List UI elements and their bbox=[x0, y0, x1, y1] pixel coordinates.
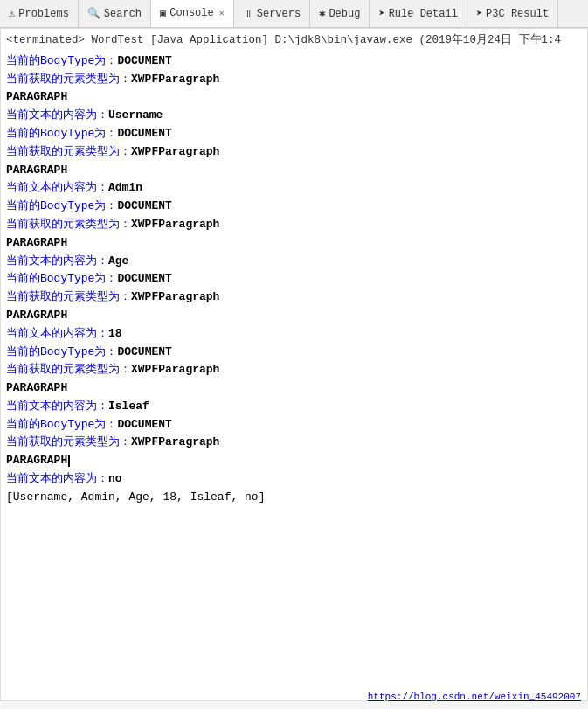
console-line-paragraph-cursor: PARAGRAPH bbox=[6, 452, 582, 470]
bold-value: XWPFParagraph bbox=[131, 290, 219, 303]
console-line-paragraph: PARAGRAPH bbox=[6, 162, 582, 180]
console-line-paragraph: PARAGRAPH bbox=[6, 307, 582, 325]
tab-search-label: Search bbox=[104, 8, 142, 20]
bold-value: XWPFParagraph bbox=[131, 73, 219, 86]
console-line: 当前获取的元素类型为：XWPFParagraph bbox=[6, 434, 582, 452]
console-line: 当前文本的内容为：no bbox=[6, 470, 582, 489]
bold-value: XWPFParagraph bbox=[131, 145, 219, 158]
console-line: 当前的BodyType为：DOCUMENT bbox=[6, 52, 582, 71]
console-line: 当前的BodyType为：DOCUMENT bbox=[6, 344, 582, 362]
problems-icon: ⚠ bbox=[9, 7, 15, 20]
console-line: 当前获取的元素类型为：XWPFParagraph bbox=[6, 361, 582, 379]
bold-value: DOCUMENT bbox=[117, 54, 171, 67]
console-output: <terminated> WordTest [Java Application]… bbox=[0, 28, 588, 701]
tab-rule-detail[interactable]: ➤ Rule Detail bbox=[370, 0, 467, 27]
console-line: 当前文本的内容为：18 bbox=[6, 325, 582, 344]
tab-debug-label: Debug bbox=[329, 8, 360, 20]
terminated-line: <terminated> WordTest [Java Application]… bbox=[6, 32, 582, 49]
p3c-result-icon: ➤ bbox=[476, 7, 482, 20]
bold-value: DOCUMENT bbox=[117, 272, 171, 285]
console-line: 当前文本的内容为：Admin bbox=[6, 179, 582, 198]
tab-problems-label: Problems bbox=[18, 8, 69, 20]
tab-rule-detail-label: Rule Detail bbox=[389, 8, 458, 20]
console-icon: ▣ bbox=[160, 7, 166, 20]
bold-value: no bbox=[108, 472, 122, 485]
bold-value: Admin bbox=[108, 181, 142, 194]
console-line: 当前的BodyType为：DOCUMENT bbox=[6, 125, 582, 143]
bold-value: Isleaf bbox=[108, 400, 149, 413]
servers-icon: ⫼ bbox=[243, 7, 253, 20]
console-line-paragraph: PARAGRAPH bbox=[6, 379, 582, 398]
text-cursor bbox=[68, 455, 70, 467]
tab-bar: ⚠ Problems 🔍 Search ▣ Console ✕ ⫼ Server… bbox=[0, 0, 588, 28]
bold-value: XWPFParagraph bbox=[131, 218, 219, 231]
bold-value: Age bbox=[108, 254, 128, 268]
tab-problems[interactable]: ⚠ Problems bbox=[0, 0, 79, 27]
bold-value: XWPFParagraph bbox=[131, 363, 219, 376]
console-line: 当前的BodyType为：DOCUMENT bbox=[6, 416, 582, 434]
console-line: 当前文本的内容为：Isleaf bbox=[6, 398, 582, 416]
bold-value: XWPFParagraph bbox=[131, 435, 219, 448]
console-line: 当前获取的元素类型为：XWPFParagraph bbox=[6, 288, 582, 307]
tab-p3c-result-label: P3C Result bbox=[486, 8, 549, 20]
bold-value: 18 bbox=[108, 327, 122, 340]
rule-detail-icon: ➤ bbox=[378, 7, 384, 20]
tab-console-label: Console bbox=[169, 7, 213, 19]
console-close-icon[interactable]: ✕ bbox=[219, 8, 225, 18]
console-line: 当前的BodyType为：DOCUMENT bbox=[6, 270, 582, 288]
tab-console[interactable]: ▣ Console ✕ bbox=[151, 0, 234, 28]
bold-value: DOCUMENT bbox=[117, 127, 171, 140]
ide-window: ⚠ Problems 🔍 Search ▣ Console ✕ ⫼ Server… bbox=[0, 0, 588, 701]
console-line: 当前的BodyType为：DOCUMENT bbox=[6, 198, 582, 216]
console-line: 当前获取的元素类型为：XWPFParagraph bbox=[6, 71, 582, 89]
console-line: 当前文本的内容为：Username bbox=[6, 107, 582, 125]
tab-search[interactable]: 🔍 Search bbox=[79, 0, 151, 27]
console-line-paragraph: PARAGRAPH bbox=[6, 234, 582, 253]
tab-servers[interactable]: ⫼ Servers bbox=[234, 0, 310, 27]
console-line: 当前获取的元素类型为：XWPFParagraph bbox=[6, 143, 582, 162]
search-icon: 🔍 bbox=[87, 7, 100, 20]
bold-value: DOCUMENT bbox=[117, 345, 171, 358]
bold-value: DOCUMENT bbox=[117, 199, 171, 212]
console-line-result: [Username, Admin, Age, 18, Isleaf, no] bbox=[6, 489, 582, 507]
console-line-paragraph: PARAGRAPH bbox=[6, 88, 582, 107]
tab-p3c-result[interactable]: ➤ P3C Result bbox=[467, 0, 558, 27]
debug-icon: ✱ bbox=[319, 7, 325, 20]
bold-value: DOCUMENT bbox=[117, 418, 171, 431]
bold-value: Username bbox=[108, 108, 163, 122]
watermark-link: https://blog.csdn.net/weixin_45492007 bbox=[368, 692, 581, 702]
tab-debug[interactable]: ✱ Debug bbox=[310, 0, 370, 27]
tab-servers-label: Servers bbox=[257, 8, 301, 20]
console-line: 当前文本的内容为：Age bbox=[6, 253, 582, 271]
console-line: 当前获取的元素类型为：XWPFParagraph bbox=[6, 216, 582, 234]
